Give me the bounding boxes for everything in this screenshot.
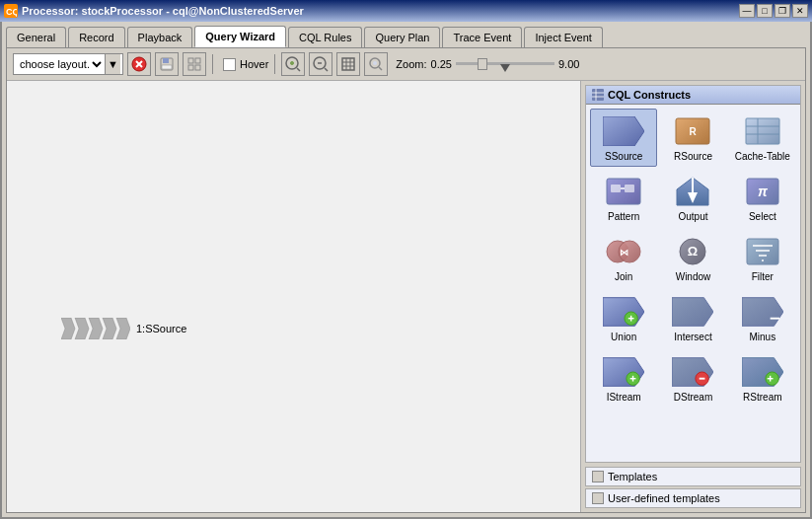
window-title: Processor: stockProcessor - cql@NonClust…: [22, 5, 304, 17]
zoom-out-button[interactable]: [309, 52, 332, 76]
tab-trace-event[interactable]: Trace Event: [442, 27, 522, 47]
dstream-label: DStream: [674, 392, 712, 403]
cql-grid: SSource R RSource: [586, 105, 800, 411]
right-panel: CQL Constructs SSource: [580, 81, 805, 512]
svg-rect-6: [162, 65, 172, 69]
search-button[interactable]: [364, 52, 388, 76]
svg-marker-29: [75, 318, 89, 339]
main-window: General Record Playback Query Wizard CQL…: [0, 22, 812, 519]
save-button[interactable]: [155, 52, 179, 76]
cql-item-cache-table[interactable]: Cache-Table: [729, 109, 796, 167]
svg-point-26: [373, 61, 377, 65]
rstream-label: RStream: [743, 392, 781, 403]
svg-marker-67: [672, 298, 713, 327]
zoom-slider[interactable]: [456, 56, 554, 72]
output-label: Output: [678, 211, 707, 222]
filter-label: Filter: [752, 271, 774, 282]
svg-marker-30: [89, 318, 103, 339]
tab-query-wizard[interactable]: Query Wizard: [194, 26, 286, 47]
cql-item-pattern[interactable]: Pattern: [590, 169, 657, 227]
cql-item-filter[interactable]: Filter: [729, 229, 796, 287]
tabs-bar: General Record Playback Query Wizard CQL…: [2, 22, 810, 47]
cql-header-icon: [592, 89, 604, 101]
rsource-label: RSource: [674, 151, 712, 162]
rsource-icon: R: [672, 113, 713, 149]
tab-record[interactable]: Record: [68, 27, 124, 47]
tab-query-plan[interactable]: Query Plan: [364, 27, 440, 47]
ssource-icon: [603, 113, 644, 149]
intersect-label: Intersect: [674, 332, 711, 342]
cql-panel-header: CQL Constructs: [586, 86, 800, 105]
minimize-button[interactable]: —: [739, 4, 755, 18]
svg-rect-5: [163, 58, 169, 63]
tab-playback[interactable]: Playback: [127, 27, 193, 47]
svg-marker-63: [603, 298, 644, 327]
pattern-label: Pattern: [608, 211, 639, 222]
svg-text:CQ: CQ: [6, 7, 17, 17]
window-controls: — □ ❐ ✕: [739, 4, 808, 18]
close-button[interactable]: ✕: [792, 4, 808, 18]
svg-text:R: R: [690, 126, 698, 137]
istream-label: IStream: [607, 392, 641, 403]
svg-text:π: π: [758, 184, 769, 199]
cql-item-rsource[interactable]: R RSource: [659, 109, 726, 167]
separator-2: [274, 54, 275, 74]
body-area: 1:SSource CQL Constructs: [7, 81, 805, 512]
svg-rect-9: [188, 65, 193, 70]
cql-item-istream[interactable]: IStream: [590, 349, 657, 408]
cql-item-select[interactable]: π Select: [729, 169, 796, 227]
dstream-icon: [672, 354, 713, 390]
user-templates-icon: [592, 492, 604, 504]
cancel-button[interactable]: [127, 52, 151, 76]
tab-general[interactable]: General: [6, 27, 66, 47]
grid-button[interactable]: [183, 52, 206, 76]
svg-rect-8: [195, 58, 200, 63]
svg-marker-68: [742, 298, 783, 327]
hover-label: Hover: [223, 58, 268, 71]
tab-cql-rules[interactable]: CQL Rules: [288, 27, 362, 47]
app-icon: CQ: [4, 4, 18, 18]
cql-item-rstream[interactable]: RStream: [729, 349, 796, 408]
filter-icon: [742, 234, 783, 269]
output-icon: [672, 174, 713, 209]
svg-marker-31: [103, 318, 116, 339]
canvas-area[interactable]: 1:SSource: [7, 81, 580, 512]
toolbar: choose layout... ▼: [7, 48, 805, 81]
ssource-node[interactable]: 1:SSource: [61, 318, 186, 339]
fit-button[interactable]: [336, 52, 360, 76]
maximize-button[interactable]: □: [757, 4, 773, 18]
join-icon: ⋈: [603, 234, 644, 269]
templates-icon: [592, 471, 604, 482]
svg-point-15: [290, 61, 294, 65]
layout-select-wrapper[interactable]: choose layout... ▼: [13, 53, 123, 75]
restore-button[interactable]: ❐: [775, 4, 790, 18]
svg-rect-40: [746, 118, 779, 144]
cache-table-icon: [742, 113, 783, 149]
bottom-panels: Templates User-defined templates: [581, 465, 805, 512]
zoom-in-button[interactable]: [281, 52, 305, 76]
cql-panel-title: CQL Constructs: [608, 89, 691, 101]
istream-icon: [603, 354, 644, 390]
zoom-label: Zoom:: [396, 58, 426, 70]
templates-label: Templates: [608, 471, 657, 482]
ssource-label: 1:SSource: [136, 323, 186, 334]
cql-item-union[interactable]: Union: [590, 289, 657, 347]
cql-item-intersect[interactable]: Intersect: [659, 289, 726, 347]
tab-inject-event[interactable]: Inject Event: [524, 27, 602, 47]
cql-item-minus[interactable]: Minus: [729, 289, 796, 347]
cql-item-dstream[interactable]: DStream: [659, 349, 726, 408]
layout-dropdown-arrow[interactable]: ▼: [105, 54, 120, 74]
cql-item-output[interactable]: Output: [659, 169, 726, 227]
hover-text: Hover: [240, 58, 268, 70]
zoom-min: 0.25: [431, 58, 452, 70]
svg-rect-45: [611, 185, 621, 192]
minus-icon: [742, 294, 783, 330]
svg-rect-19: [342, 58, 354, 70]
cql-item-ssource[interactable]: SSource: [590, 109, 657, 167]
cql-item-join[interactable]: ⋈ Join: [590, 229, 657, 287]
layout-select[interactable]: choose layout...: [16, 57, 105, 71]
hover-checkbox[interactable]: [223, 58, 236, 71]
templates-panel[interactable]: Templates: [585, 467, 801, 486]
cql-item-window[interactable]: Ω Window: [659, 229, 726, 287]
user-defined-templates-panel[interactable]: User-defined templates: [585, 488, 801, 508]
